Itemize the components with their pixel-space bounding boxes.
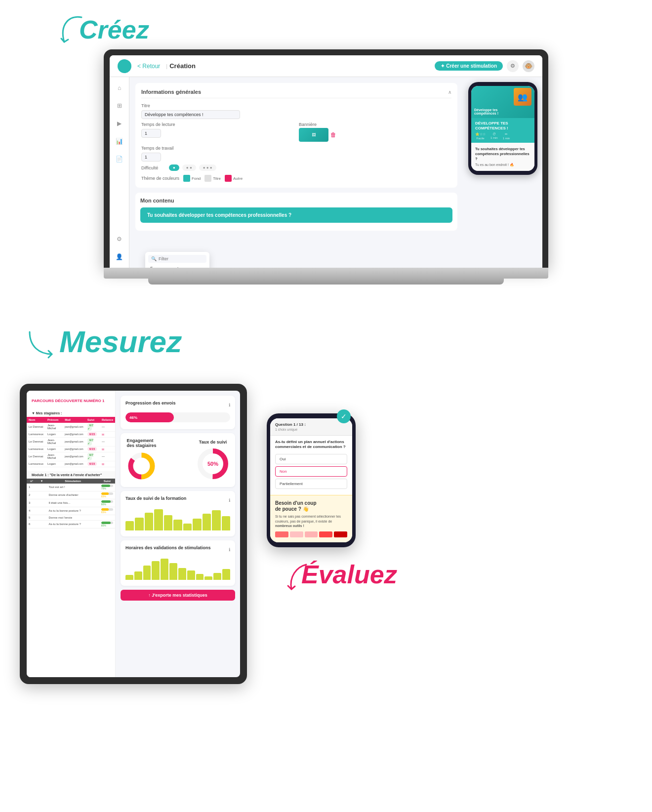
swatch-red [275,531,288,537]
module-section: Module 1 : "De la vente à l'envie d'ache… [27,471,115,531]
read-time-input[interactable] [141,129,161,138]
page-title: Création [169,62,196,70]
color-swatches [275,531,347,537]
search-icon: 🔍 [151,256,157,261]
module-row: 2Donne envie d'acheter 65% [27,491,115,499]
sidebar-user-icon[interactable]: 👤 [113,250,126,264]
sidebar-home-icon[interactable]: ⌂ [113,81,126,95]
progression-bar-fill: 46% [125,412,174,422]
phone-body-text: Tu souhaites développer tes compétences … [475,147,530,161]
laptop-mockup: < Retour | Création ✦ Créer une stimulat… [104,49,548,284]
engagement-title: Engagementdes stagiaires [126,438,156,448]
form-section-general: Informations générales ∧ Titre [135,83,457,188]
module-row: 1Tout est art ! 75% [27,484,115,491]
content-type-dropdown: 🔍 ¶ Paragraphe H Titre [145,252,209,268]
read-time-label: Temps de lecture [141,122,294,127]
nav-back[interactable]: < Retour [137,63,160,70]
filter-input[interactable] [159,256,198,261]
user-avatar-icon[interactable]: 🐵 [523,60,534,72]
th-prenom: Prénom [45,417,63,423]
table-row: Le DenmatJean-Micheljean@gmail.com 6/7 ✓… [27,437,115,446]
banner-preview: 🖼 [299,128,328,142]
sidebar-doc-icon[interactable]: 📄 [113,152,126,166]
section-mesurez: Mesurez PARCOURS DÉCOUVERTE NUMÉRO 1 ▼ M… [0,314,652,704]
stagiaires-table: Nom Prénom Mail Suivi Relance [27,417,115,467]
quiz-help-section: Besoin d'un coupde pouce ? 👋 Si tu ne sa… [270,495,352,542]
table-row: LamoureuxLoganjean@gmail.com 6/15✉ [27,446,115,452]
bar-chart1 [125,507,230,531]
content-teal-block: Tu souhaites développer tes compétences … [140,207,452,223]
color-autre-label: Autre [233,176,243,181]
th-mail: Mail [63,417,85,423]
swatch-pink [305,531,318,537]
evaluez-title: Évaluez [301,560,397,589]
swatch-dark-red [319,531,332,537]
difficulty-easy-button[interactable]: ● [169,164,179,171]
para-icon: ¶ [150,266,156,268]
bar-chart2 [125,556,230,581]
bar-chart1-title: Taux de suivi de la formation [125,496,186,501]
bar-chart2-title: Horaires des validations de stimulations [125,545,211,550]
quiz-phone-mockup: ✓ Question 1 / 13 : 1 choix unique As-tu… [267,413,356,547]
color-theme-label: Thème de couleurs [141,176,179,181]
phone-banner-photo: 👥 [514,88,531,106]
quiz-section: ✓ Question 1 / 13 : 1 choix unique As-tu… [267,413,397,592]
quiz-help-text: Si tu ne sais pas comment sélectionner t… [275,514,347,528]
phone-time2: ✏ 1 min [503,132,510,140]
creez-title: Créez [79,15,149,44]
tablet-wrapper: PARCOURS DÉCOUVERTE NUMÉRO 1 ▼ Mes stagi… [20,384,247,684]
question-text: As-tu défini un plan annuel d'actions co… [275,440,347,450]
info-icon[interactable]: ℹ [229,403,230,407]
color-fond-swatch[interactable] [183,175,190,182]
title-input[interactable] [141,110,240,119]
sidebar-grid-icon[interactable]: ⊞ [113,99,126,113]
stagiaires-label: ▼ Mes stagiaires : [27,409,115,417]
section-creez: Créez < Retour | Création ✦ Créer une st… [0,0,652,314]
quiz-option-non[interactable]: Non [275,466,347,477]
taux-suivi-title: Taux de suivi [199,440,227,445]
phone-mockup: Développe tescompétences ! 👥 DÉVELOPPE T… [468,82,537,175]
progression-title: Progression des envois [125,401,176,406]
phone-banner-text: Développe tescompétences ! [474,108,498,115]
color-titre-swatch[interactable] [204,175,211,182]
work-time-label: Temps de travail [141,146,451,151]
app-logo [118,59,131,73]
delete-banner-icon[interactable]: 🗑 [330,131,336,138]
info-icon2[interactable]: ℹ [229,498,230,503]
module-title: Module 1 : "De la vente à l'envie d'ache… [27,471,115,479]
create-stimulation-button[interactable]: ✦ Créer une stimulation [435,61,503,71]
sidebar-play-icon[interactable]: ▶ [113,117,126,130]
app-header: < Retour | Création ✦ Créer une stimulat… [110,55,542,77]
color-autre-swatch[interactable] [225,175,232,182]
app-main-content: Informations générales ∧ Titre [129,77,463,268]
app-sidebar: ⌂ ⊞ ▶ 📊 📄 ⚙ 👤 [110,77,129,268]
dropdown-paragraphe[interactable]: ¶ Paragraphe [148,265,206,268]
quiz-option-oui[interactable]: Oui [275,454,347,464]
content-section: Mon contenu Tu souhaites développer tes … [135,193,457,231]
sidebar-cog-icon[interactable]: ⚙ [113,232,126,246]
info-icon3[interactable]: ℹ [229,547,230,552]
difficulty-hard-button[interactable]: ● ● ● [199,164,216,171]
swatch-deep-red [334,531,347,537]
module-row: 3Il était une fois... 80% [27,499,115,507]
phone-difficulty: ⭐☆☆ Facile [475,132,486,140]
bar-chart1-card: Taux de suivi de la formation ℹ [121,491,235,536]
work-time-input[interactable] [141,153,161,162]
difficulty-med-button[interactable]: ● ● [182,164,196,171]
question-type: 1 choix unique [275,428,347,431]
dashboard-sidebar: PARCOURS DÉCOUVERTE NUMÉRO 1 ▼ Mes stagi… [27,391,116,677]
export-button[interactable]: ↑ J'exporte mes statistiques [121,590,235,601]
dashboard-charts: Progression des envois ℹ 46% [116,391,240,677]
mobile-preview-pane: Développe tescompétences ! 👥 DÉVELOPPE T… [463,77,542,268]
color-titre-label: Titre [213,176,221,181]
taux-suivi-gauge: 50% [196,447,230,481]
progression-card: Progression des envois ℹ 46% [121,396,235,429]
settings-icon[interactable]: ⚙ [507,60,519,72]
sidebar-chart-icon[interactable]: 📊 [113,134,126,148]
phone-main-title: DÉVELOPPE TESCOMPÉTENCES ! [475,121,530,130]
table-row: LamoureuxLoganjean@gmail.com 6/15✉ [27,461,115,467]
section-collapse-icon[interactable]: ∧ [448,89,451,95]
header-actions: ✦ Créer une stimulation ⚙ 🐵 [435,60,534,72]
quiz-option-partiellement[interactable]: Partiellement [275,479,347,489]
question-number: Question 1 / 13 : [275,422,347,427]
